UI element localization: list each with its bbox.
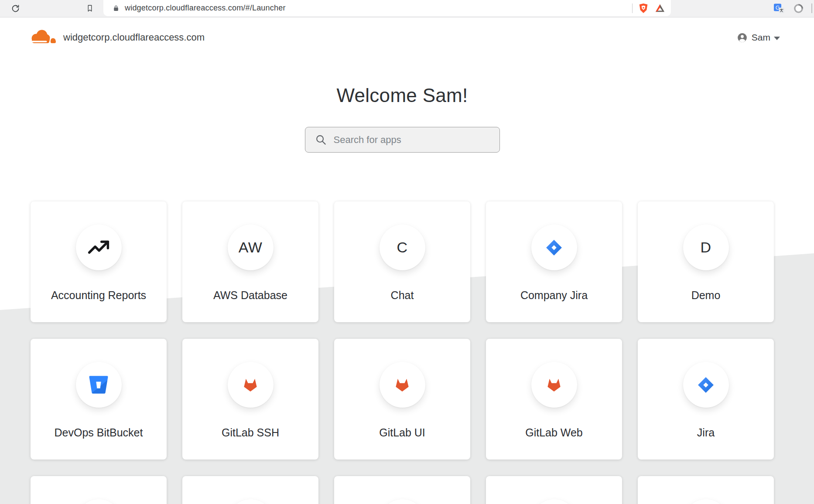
url-bar[interactable]: widgetcorp.cloudflareaccess.com/#/Launch… (103, 0, 671, 16)
app-tile[interactable]: DevOps BitBucket (31, 339, 167, 460)
app-tile[interactable] (334, 476, 470, 504)
app-icon-circle: AW (228, 225, 274, 270)
app-icon-circle (531, 225, 577, 270)
app-label: Jira (697, 426, 715, 439)
reload-icon[interactable] (11, 4, 20, 13)
app-tile[interactable] (486, 476, 622, 504)
app-label: Chat (391, 289, 414, 302)
cloudflare-logo (30, 29, 57, 46)
app-icon-circle (380, 499, 425, 504)
initials-icon: AW (239, 239, 263, 256)
user-name: Sam (752, 32, 770, 43)
app-icon-circle (380, 362, 425, 408)
app-icon-circle: D (683, 225, 729, 270)
launcher-main: Welcome Sam! Accounting ReportsAWAWS Dat… (0, 58, 814, 504)
app-tile[interactable]: Company Jira (486, 201, 622, 322)
search-input[interactable] (333, 134, 492, 146)
app-label: Demo (691, 289, 721, 302)
jira-icon (695, 374, 717, 396)
app-label: Company Jira (520, 289, 588, 302)
initials-icon: D (700, 239, 711, 256)
app-tile[interactable]: Jira (638, 339, 774, 460)
jira-icon (543, 237, 565, 259)
app-tile[interactable]: Accounting Reports (31, 201, 167, 322)
app-icon-circle (228, 499, 274, 504)
app-label: GitLab Web (525, 426, 583, 439)
app-label: AWS Database (213, 289, 287, 302)
bat-icon[interactable] (654, 3, 666, 14)
app-label: Accounting Reports (51, 289, 146, 302)
app-icon-circle: C (380, 225, 425, 270)
person-circle-icon (737, 32, 748, 43)
app-tile[interactable] (182, 476, 318, 504)
app-label: GitLab UI (379, 426, 425, 439)
divider (632, 3, 633, 13)
app-label: DevOps BitBucket (55, 426, 143, 439)
lock-icon (113, 5, 120, 12)
bitbucket-icon (87, 373, 110, 397)
translate-icon[interactable]: G (773, 3, 785, 14)
app-icon-circle (531, 362, 577, 408)
site-header: widgetcorp.cloudflareaccess.com Sam (0, 17, 814, 58)
divider (811, 3, 812, 13)
browser-chrome: widgetcorp.cloudflareaccess.com/#/Launch… (0, 0, 814, 17)
user-menu[interactable]: Sam (737, 32, 780, 43)
chevron-down-icon (774, 37, 780, 40)
gitlab-icon (393, 376, 411, 394)
app-tile[interactable]: GitLab SSH (182, 339, 318, 460)
app-icon-circle (531, 499, 577, 504)
app-icon-circle (683, 499, 729, 504)
app-tile[interactable]: DDemo (638, 201, 774, 322)
welcome-heading: Welcome Sam! (31, 58, 774, 106)
app-tile[interactable]: CChat (334, 201, 470, 322)
app-tile[interactable]: AWAWS Database (182, 201, 318, 322)
app-icon-circle (228, 362, 274, 408)
app-tile[interactable] (638, 476, 774, 504)
initials-icon: C (397, 239, 407, 256)
app-label: GitLab SSH (222, 426, 279, 439)
search-icon (315, 134, 327, 146)
app-icon-circle (76, 225, 122, 270)
profile-circle-icon[interactable] (793, 3, 804, 14)
app-icon-circle (76, 499, 122, 504)
trending-up-icon (87, 236, 110, 259)
app-icon-circle (76, 362, 122, 408)
apps-grid: Accounting ReportsAWAWS DatabaseCChatCom… (31, 201, 774, 504)
app-icon-circle (683, 362, 729, 408)
gitlab-icon (545, 376, 563, 394)
gitlab-icon (242, 376, 259, 394)
app-tile[interactable]: GitLab Web (486, 339, 622, 460)
brave-shield-icon[interactable] (638, 3, 649, 14)
search-box[interactable] (305, 127, 500, 153)
bookmark-icon[interactable] (86, 3, 94, 13)
site-name: widgetcorp.cloudflareaccess.com (63, 32, 205, 43)
app-tile[interactable] (31, 476, 167, 504)
url-text: widgetcorp.cloudflareaccess.com/#/Launch… (125, 3, 286, 13)
app-tile[interactable]: GitLab UI (334, 339, 470, 460)
